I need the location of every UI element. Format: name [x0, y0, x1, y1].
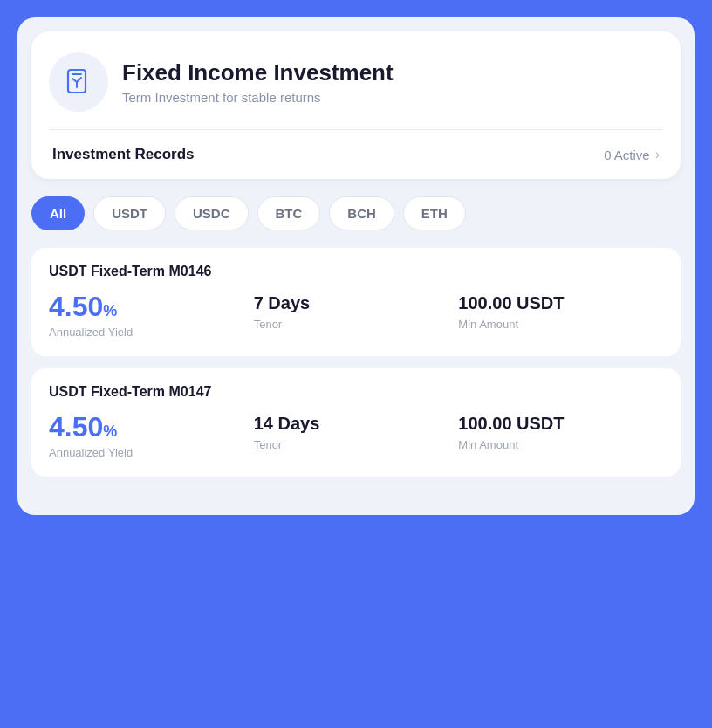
header-icon-circle — [49, 52, 108, 112]
header-top: Fixed Income Investment Term Investment … — [49, 52, 663, 112]
stat-tenor-1: 7 Days Tenor — [254, 292, 459, 339]
min-amount-value-2: 100.00 USDT — [458, 412, 663, 435]
yield-label-1: Annualized Yield — [49, 326, 254, 339]
investment-list: USDT Fixed-Term M0146 4.50% Annualized Y… — [17, 239, 695, 477]
stat-min-amount-1: 100.00 USDT Min Amount — [458, 292, 663, 339]
min-amount-label-2: Min Amount — [458, 438, 663, 451]
filter-tab-usdc[interactable]: USDC — [175, 196, 249, 230]
tenor-label-1: Tenor — [254, 318, 459, 331]
investment-item-1[interactable]: USDT Fixed-Term M0146 4.50% Annualized Y… — [31, 248, 681, 356]
filter-tab-bch[interactable]: BCH — [329, 196, 394, 230]
header-card: Fixed Income Investment Term Investment … — [31, 31, 681, 179]
header-text: Fixed Income Investment Term Investment … — [122, 59, 394, 105]
page-container: Fixed Income Investment Term Investment … — [17, 17, 695, 515]
investment-records-label: Investment Records — [52, 146, 195, 163]
filter-tab-eth[interactable]: ETH — [403, 196, 466, 230]
yield-label-2: Annualized Yield — [49, 446, 254, 459]
item-title-2: USDT Fixed-Term M0147 — [49, 384, 663, 400]
filter-tab-btc[interactable]: BTC — [257, 196, 321, 230]
yield-value-1: 4.50% — [49, 292, 254, 322]
min-amount-value-1: 100.00 USDT — [458, 292, 663, 314]
item-title-1: USDT Fixed-Term M0146 — [49, 264, 663, 279]
header-title: Fixed Income Investment — [122, 59, 394, 86]
fixed-income-icon — [63, 66, 94, 98]
stat-yield-1: 4.50% Annualized Yield — [49, 292, 254, 339]
chevron-right-icon: › — [655, 147, 660, 162]
filter-tab-all[interactable]: All — [31, 196, 85, 230]
investment-item-2[interactable]: USDT Fixed-Term M0147 4.50% Annualized Y… — [31, 368, 681, 477]
investment-records-row[interactable]: Investment Records 0 Active › — [49, 130, 663, 179]
tenor-value-2: 14 Days — [254, 412, 459, 435]
stat-yield-2: 4.50% Annualized Yield — [49, 412, 254, 459]
tenor-label-2: Tenor — [254, 438, 459, 451]
stat-tenor-2: 14 Days Tenor — [254, 412, 459, 459]
header-subtitle: Term Investment for stable returns — [122, 90, 394, 105]
active-count: 0 Active — [604, 148, 650, 162]
filter-tab-usdt[interactable]: USDT — [93, 196, 166, 230]
item-stats-2: 4.50% Annualized Yield 14 Days Tenor 100… — [49, 412, 663, 459]
stat-min-amount-2: 100.00 USDT Min Amount — [458, 412, 663, 459]
filter-row: All USDT USDC BTC BCH ETH — [17, 179, 695, 239]
item-stats-1: 4.50% Annualized Yield 7 Days Tenor 100.… — [49, 292, 663, 339]
active-badge[interactable]: 0 Active › — [604, 147, 660, 162]
tenor-value-1: 7 Days — [254, 292, 459, 314]
min-amount-label-1: Min Amount — [458, 318, 663, 331]
yield-value-2: 4.50% — [49, 412, 254, 443]
